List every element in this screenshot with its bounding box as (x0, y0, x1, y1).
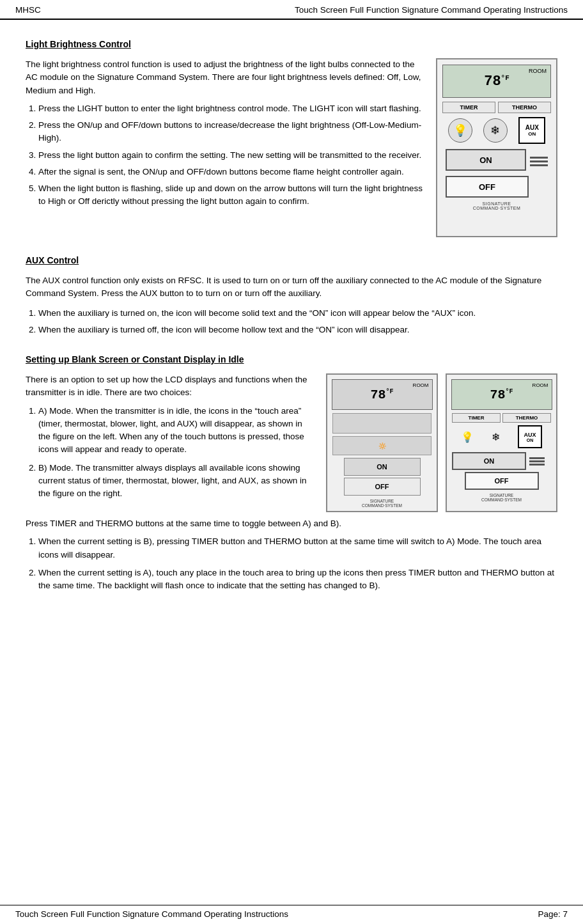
page-footer: Touch Screen Full Function Signature Com… (0, 905, 583, 924)
timer-label: TIMER (442, 102, 495, 113)
device-a-brand: SIGNATURECOMMAND·SYSTEM (362, 499, 402, 508)
section-blank-screen: Setting up Blank Screen or Constant Disp… (26, 354, 557, 592)
device-a-on: ON (344, 458, 421, 476)
flame-line-1 (530, 157, 548, 159)
thermo-label: THERMO (498, 102, 551, 113)
temp-unit: °F (501, 74, 509, 81)
icon-row: 💡 ❄ AUX ON (442, 117, 551, 144)
line-1 (529, 457, 545, 459)
blank-step-a: A) Mode. When the transmitter is in idle… (38, 405, 313, 457)
device-illustration-light: 78°F ROOM TIMER THERMO 💡 ❄ AUX ON (436, 58, 557, 237)
device-display: 78°F ROOM (442, 65, 551, 98)
on-button: ON (446, 149, 526, 171)
aux-step-2: When the auxiliary is turned off, the ic… (38, 324, 557, 336)
page-header: MHSC Touch Screen Full Function Signatur… (0, 0, 583, 20)
blank-intro: There is an option to set up how the LCD… (26, 373, 313, 400)
section-title-blank: Setting up Blank Screen or Constant Disp… (26, 354, 557, 364)
press-note: Press TIMER and THERMO buttons at the sa… (26, 517, 557, 530)
on-label: ON (479, 155, 492, 165)
temp-value: 78°F (484, 74, 509, 90)
aux-intro: The AUX control function only exists on … (26, 274, 557, 301)
room-label: ROOM (529, 68, 547, 74)
blank-step-b: B) Mode. The transmitter always displays… (38, 462, 313, 501)
off-label: OFF (479, 182, 495, 192)
section-title-aux: AUX Control (26, 255, 557, 265)
timer-thermo-row: TIMER THERMO (442, 102, 551, 113)
device-b-blower-icon: ❄ (492, 431, 500, 443)
device-b-unit: °F (506, 388, 513, 395)
footer-right: Page: 7 (538, 909, 568, 919)
device-b-brand: SIGNATURECOMMAND·SYSTEM (481, 493, 522, 502)
section-light-brightness: Light Brightness Control The light brigh… (26, 39, 557, 237)
device-a-blank-icons: 🔆 (332, 436, 431, 455)
light-device-image: 78°F ROOM TIMER THERMO 💡 ❄ AUX ON (436, 58, 557, 237)
footer-left: Touch Screen Full Function Signature Com… (15, 909, 288, 919)
blank-final-step-1: When the current setting is B), pressing… (38, 535, 557, 561)
light-steps-list: Press the LIGHT button to enter the ligh… (38, 102, 423, 208)
device-a-display: 78°F ROOM (332, 379, 433, 410)
section-title-light: Light Brightness Control (26, 39, 557, 49)
aux-button: AUX ON (518, 117, 545, 144)
off-button: OFF (446, 176, 529, 198)
on-row: ON (446, 149, 548, 173)
device-a-room: ROOM (413, 382, 429, 388)
light-step-1: Press the LIGHT button to enter the ligh… (38, 102, 423, 115)
light-step-5: When the light button is flashing, slide… (38, 182, 423, 208)
two-device-illustrations: 78°F ROOM 🔆 ON OFF SIGNATURECOMMAND·SYST… (326, 373, 557, 512)
aux-step-1: When the auxiliary is turned on, the ico… (38, 307, 557, 320)
brand-label: SIGNATURECOMMAND·SYSTEM (473, 201, 521, 210)
blank-final-step-2: When the current setting is A), touch an… (38, 567, 557, 593)
light-step-4: After the signal is sent, the ON/up and … (38, 166, 423, 178)
off-row: OFF (446, 176, 548, 198)
light-step-3: Press the light button again to confirm … (38, 149, 423, 162)
device-b-lines (529, 457, 545, 466)
aux-steps-list: When the auxiliary is turned on, the ico… (38, 307, 557, 337)
aux-label: AUX (525, 124, 539, 131)
flame-line-3 (530, 164, 548, 166)
flame-line-2 (530, 161, 548, 162)
device-b-icons: 💡 ❄ AUX ON (452, 425, 551, 448)
device-a-off: OFF (344, 478, 421, 496)
line-2 (529, 460, 545, 462)
device-b-timer: TIMER (452, 413, 501, 423)
device-b-timer-thermo: TIMER THERMO (452, 413, 551, 423)
device-b-off: OFF (465, 472, 539, 490)
device-a-blank-area (332, 413, 431, 434)
blank-steps-list: A) Mode. When the transmitter is in idle… (38, 405, 313, 501)
device-a-temp: 78°F (370, 388, 393, 402)
section-text-light: The light brightness control function is… (26, 58, 423, 237)
blower-icon: ❄ (483, 118, 508, 143)
device-b-temp: 78°F (490, 388, 513, 402)
device-b-display: 78°F ROOM (451, 379, 552, 410)
device-b-aux: AUX ON (518, 425, 542, 448)
device-b-light-icon: 💡 (461, 431, 474, 443)
aux-on-label: ON (528, 131, 536, 137)
line-3 (529, 464, 545, 466)
light-intro: The light brightness control function is… (26, 58, 423, 97)
light-icon: 💡 (448, 118, 472, 143)
device-b-on-row: ON (452, 452, 551, 470)
device-b-illustration: 78°F ROOM TIMER THERMO 💡 ❄ AUX (446, 373, 557, 512)
device-b-on: ON (452, 452, 526, 470)
header-left: MHSC (15, 5, 41, 15)
device-b-room: ROOM (532, 382, 548, 388)
blank-device-images: 78°F ROOM 🔆 ON OFF SIGNATURECOMMAND·SYST… (326, 373, 557, 512)
flame-lines (530, 157, 548, 166)
blank-final-steps: When the current setting is B), pressing… (38, 535, 557, 592)
device-b-thermo: THERMO (502, 413, 551, 423)
device-a-unit: °F (386, 388, 394, 395)
device-a-illustration: 78°F ROOM 🔆 ON OFF SIGNATURECOMMAND·SYST… (326, 373, 438, 512)
section-aux: AUX Control The AUX control function onl… (26, 255, 557, 336)
light-step-2: Press the ON/up and OFF/down buttons to … (38, 119, 423, 145)
header-right: Touch Screen Full Function Signature Com… (295, 5, 568, 15)
section-text-blank: There is an option to set up how the LCD… (26, 373, 313, 512)
